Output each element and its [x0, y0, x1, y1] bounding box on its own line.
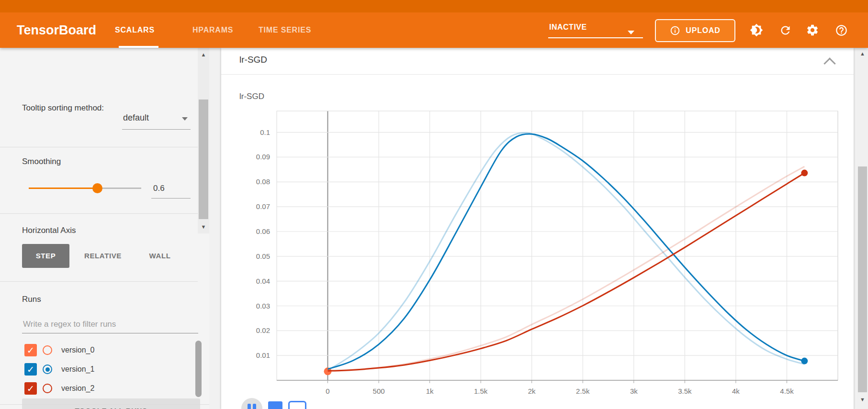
settings-gear-icon[interactable] [805, 22, 820, 38]
svg-text:0.08: 0.08 [256, 177, 270, 186]
smoothing-value-input[interactable]: 0.6 [151, 181, 191, 199]
axis-option-relative[interactable]: RELATIVE [77, 244, 129, 268]
svg-text:0.07: 0.07 [256, 202, 270, 210]
tab-time-series[interactable]: TIME SERIES [259, 12, 311, 48]
tooltip-sorting-select[interactable]: default [122, 109, 191, 130]
main-content: lr-SGD lr-SGD 0.010.020.030.040.050.060.… [209, 48, 857, 409]
card-title: lr-SGD [239, 55, 267, 65]
tab-hparams[interactable]: HPARAMS [192, 12, 233, 48]
scroll-down-icon[interactable]: ▼ [198, 224, 209, 230]
status-dropdown[interactable]: INACTIVE [548, 12, 643, 40]
upload-button-label: UPLOAD [686, 26, 720, 35]
card-header: lr-SGD [221, 48, 854, 75]
smoothing-slider[interactable] [29, 183, 141, 193]
status-dropdown-underline [548, 37, 643, 38]
divider [0, 213, 198, 214]
radio-dot [45, 367, 50, 372]
svg-text:2k: 2k [528, 387, 536, 395]
svg-text:3.5k: 3.5k [678, 387, 692, 395]
sidebar-scrollbar-thumb[interactable] [199, 99, 208, 219]
chevron-down-icon [628, 31, 634, 34]
run-radio[interactable] [43, 345, 52, 355]
svg-text:1.5k: 1.5k [474, 387, 488, 395]
scroll-up-icon[interactable]: ▲ [198, 52, 209, 57]
app-header: TensorBoard SCALARSHPARAMSTIME SERIES IN… [0, 0, 868, 48]
tab-label: TIME SERIES [259, 26, 311, 34]
scroll-up-icon[interactable]: ▲ [857, 51, 868, 56]
refresh-icon[interactable] [778, 22, 793, 38]
run-name: version_1 [61, 365, 94, 374]
divider [0, 147, 198, 147]
toggle-all-runs-button[interactable]: TOGGLE ALL RUNS [22, 398, 200, 409]
svg-text:0.01: 0.01 [256, 351, 270, 359]
chart-toolbar-expand-icon[interactable] [288, 401, 306, 409]
svg-text:0.04: 0.04 [256, 277, 270, 285]
svg-text:4k: 4k [732, 387, 740, 395]
tab-label: HPARAMS [192, 26, 233, 34]
svg-text:4.5k: 4.5k [780, 387, 794, 395]
svg-text:0.06: 0.06 [256, 227, 270, 235]
header-top-strip [0, 0, 868, 12]
divider [0, 281, 198, 282]
status-dropdown-value: INACTIVE [549, 23, 587, 32]
help-icon[interactable] [834, 22, 849, 38]
tooltip-sorting-label: Tooltip sorting method: [22, 101, 108, 114]
slider-fill [29, 188, 97, 189]
svg-text:0.09: 0.09 [256, 153, 270, 161]
run-checkbox[interactable]: ✓ [24, 382, 37, 395]
chart-toolbar-pin-icon[interactable] [268, 401, 282, 409]
run-row-version_1[interactable]: ✓version_1 [0, 360, 195, 379]
dark-mode-toggle-icon[interactable] [749, 22, 764, 38]
runs-list: ✓version_0✓version_1✓version_2 [0, 341, 195, 398]
run-name: version_0 [61, 346, 94, 354]
runs-filter-input[interactable] [22, 316, 198, 333]
svg-text:3k: 3k [630, 387, 638, 395]
app-logo: TensorBoard [17, 12, 96, 48]
horizontal-axis-label: Horizontal Axis [22, 226, 76, 235]
slider-thumb[interactable] [92, 183, 102, 193]
run-checkbox[interactable]: ✓ [24, 363, 37, 376]
page-scrollbar-thumb[interactable] [858, 166, 867, 392]
run-row-version_0[interactable]: ✓version_0 [0, 341, 195, 360]
info-icon [670, 25, 680, 36]
sidebar-scrollbar[interactable]: ▲ ▼ [198, 48, 209, 233]
runs-label: Runs [22, 295, 41, 304]
run-checkbox[interactable]: ✓ [24, 344, 37, 356]
svg-text:2.5k: 2.5k [576, 387, 590, 395]
tooltip-sorting-value: default [123, 113, 149, 123]
scalar-card: lr-SGD lr-SGD 0.010.020.030.040.050.060.… [221, 48, 854, 409]
glyph-bar [253, 404, 256, 409]
page-scrollbar[interactable]: ▲ ▼ [857, 48, 868, 409]
tab-label: SCALARS [115, 26, 155, 34]
glyph-bar [248, 404, 251, 409]
axis-option-wall[interactable]: WALL [143, 244, 177, 268]
run-radio[interactable] [43, 384, 52, 393]
divider [0, 404, 209, 405]
chart-title: lr-SGD [239, 92, 264, 101]
svg-text:0.1: 0.1 [260, 128, 270, 136]
svg-text:0.03: 0.03 [256, 302, 270, 310]
runs-list-scrollbar[interactable] [195, 341, 202, 397]
run-radio[interactable] [43, 365, 52, 374]
settings-sidebar: Tooltip sorting method: default Smoothin… [0, 48, 209, 409]
tensorboard-app: TensorBoard SCALARSHPARAMSTIME SERIES IN… [0, 0, 868, 409]
scalar-chart[interactable]: 0.010.020.030.040.050.060.070.080.090.10… [221, 77, 854, 409]
collapse-chevron-up-icon[interactable] [823, 57, 835, 69]
tab-scalars[interactable]: SCALARS [115, 12, 155, 48]
svg-text:1k: 1k [426, 387, 434, 395]
axis-option-step[interactable]: STEP [22, 244, 69, 268]
svg-text:500: 500 [373, 387, 385, 395]
smoothing-label: Smoothing [22, 157, 61, 166]
run-row-version_2[interactable]: ✓version_2 [0, 379, 195, 398]
active-tab-underline [119, 46, 158, 48]
svg-text:0: 0 [326, 387, 329, 395]
smoothing-value: 0.6 [153, 184, 165, 193]
chevron-down-icon [182, 117, 188, 121]
run-name: version_2 [61, 384, 94, 393]
svg-text:0.05: 0.05 [256, 252, 270, 260]
svg-text:0.02: 0.02 [256, 326, 270, 334]
upload-button[interactable]: UPLOAD [655, 19, 735, 42]
scroll-down-icon[interactable]: ▼ [857, 397, 868, 402]
